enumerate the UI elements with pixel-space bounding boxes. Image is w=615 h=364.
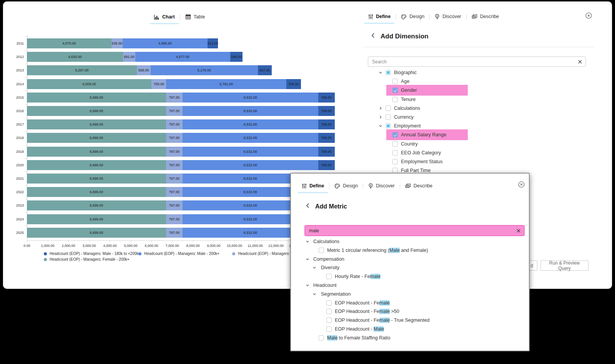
bar-segment[interactable]: 6,699.00 bbox=[27, 214, 166, 224]
checkbox-hourly-rate-female[interactable] bbox=[326, 274, 332, 279]
checkbox-eeo-job-category[interactable] bbox=[392, 150, 398, 156]
bar-segment[interactable]: 799.00 bbox=[318, 119, 335, 129]
legend-item[interactable]: Headcount (EOP) - Managers: Male - 200k+ bbox=[138, 251, 219, 256]
dimension-item-annual-salary-range[interactable]: Annual Salary Range bbox=[361, 131, 600, 139]
metric-item-headcount[interactable]: Headcount bbox=[291, 281, 529, 290]
metric-item-eop-headcount-female-50[interactable]: EOP Headcount - Female >50 bbox=[291, 307, 529, 316]
chevron-right-icon[interactable] bbox=[379, 106, 382, 110]
bar-segment[interactable]: 6,699.00 bbox=[27, 228, 166, 238]
metric-item-male-to-female-staffing-ratio[interactable]: Male to Female Staffing Ratio bbox=[291, 334, 529, 342]
bar-segment[interactable]: 797.00 bbox=[166, 228, 183, 238]
metric-item-segmentation[interactable]: Segmentation bbox=[291, 290, 529, 299]
checkbox-eop-headcount-male[interactable] bbox=[326, 326, 332, 332]
bar-segment[interactable]: 5,791.00 bbox=[166, 79, 286, 89]
bar-segment[interactable]: 4,095.00 bbox=[123, 38, 208, 48]
bar-segment[interactable]: 6,699.00 bbox=[27, 106, 166, 116]
checkbox-male-to-female-staffing-ratio[interactable] bbox=[319, 335, 324, 341]
checkbox-tenure[interactable] bbox=[392, 97, 398, 102]
bar-segment[interactable]: 799.00 bbox=[318, 93, 335, 103]
bar-segment[interactable]: 797.00 bbox=[166, 174, 183, 184]
chevron-down-icon[interactable] bbox=[379, 71, 382, 74]
bar-segment[interactable]: 5,297.00 bbox=[27, 65, 137, 75]
bar-segment[interactable]: 797.00 bbox=[166, 160, 183, 170]
bar-segment[interactable]: 4,577.00 bbox=[135, 52, 230, 62]
bar-segment[interactable]: 797.00 bbox=[166, 93, 183, 103]
bar-segment[interactable]: 4,070.00 bbox=[27, 38, 111, 48]
bar-segment[interactable]: 6,699.00 bbox=[27, 119, 166, 129]
bar-segment[interactable]: 4,630.00 bbox=[27, 52, 123, 62]
chevron-right-icon[interactable] bbox=[379, 115, 382, 119]
bar-segment[interactable]: 6,699.00 bbox=[27, 174, 166, 184]
bar-segment[interactable]: 5,176.00 bbox=[151, 65, 258, 75]
checkbox-employment-status[interactable] bbox=[392, 159, 398, 164]
bar-segment[interactable]: 591.00 bbox=[123, 52, 135, 62]
checkbox-biographic[interactable] bbox=[386, 70, 391, 75]
chevron-down-icon[interactable] bbox=[379, 124, 382, 128]
chevron-down-icon[interactable] bbox=[306, 257, 309, 261]
run-preview-query-button[interactable]: Run & Preview Query bbox=[540, 260, 588, 271]
bar-segment[interactable]: 799.00 bbox=[318, 106, 335, 116]
checkbox-eop-headcount-female-50[interactable] bbox=[326, 309, 332, 314]
bar-segment[interactable]: 6,532.00 bbox=[183, 106, 318, 116]
chevron-down-icon[interactable] bbox=[312, 292, 316, 296]
checkbox-employment[interactable] bbox=[386, 123, 391, 129]
metric-item-eop-headcount-female[interactable]: EOP Headcount - Female bbox=[291, 299, 529, 308]
metric-item-eop-headcount-male[interactable]: EOP Headcount - Male bbox=[291, 325, 529, 334]
bar-segment[interactable]: 797.00 bbox=[166, 106, 183, 116]
checkbox-eop-headcount-female[interactable] bbox=[326, 300, 332, 306]
chevron-down-icon[interactable] bbox=[306, 240, 309, 243]
bar-segment[interactable]: 700.00 bbox=[151, 79, 166, 89]
metric-item-compensation[interactable]: Compensation bbox=[291, 255, 529, 264]
bar-segment[interactable]: 797.00 bbox=[166, 147, 183, 157]
chevron-down-icon[interactable] bbox=[306, 283, 309, 287]
bar-segment[interactable]: 6,699.00 bbox=[27, 200, 166, 210]
bar-segment[interactable]: 6,699.00 bbox=[27, 147, 166, 157]
bar-segment[interactable]: 658.00 bbox=[137, 65, 151, 75]
metric-item-diversity[interactable]: Diversity bbox=[291, 263, 529, 272]
legend-item[interactable]: Headcount (EOP) - Managers: Male - 180k … bbox=[44, 251, 139, 256]
bar-segment[interactable]: 6,532.00 bbox=[183, 119, 318, 129]
checkbox-gender[interactable] bbox=[392, 88, 398, 93]
checkbox-calculations[interactable] bbox=[386, 106, 391, 111]
bar-segment[interactable]: 6,699.00 bbox=[27, 160, 166, 170]
bar-segment[interactable]: 595.00 bbox=[230, 52, 243, 62]
bar-segment[interactable]: 799.00 bbox=[318, 133, 335, 143]
dimension-item-country[interactable]: Country bbox=[361, 140, 600, 149]
bar-segment[interactable]: 6,005.00 bbox=[27, 79, 151, 89]
dimension-item-calculations[interactable]: Calculations bbox=[361, 104, 600, 113]
dimension-item-eeo-job-category[interactable]: EEO Job Category bbox=[361, 149, 600, 157]
bar-segment[interactable]: 799.00 bbox=[318, 147, 335, 157]
checkbox-eop-headcount-female-true-segmented[interactable] bbox=[326, 318, 332, 323]
bar-segment[interactable]: 6,532.00 bbox=[183, 93, 318, 103]
dimension-item-employment[interactable]: Employment bbox=[361, 122, 600, 131]
metric-item-hourly-rate-female[interactable]: Hourly Rate - Female bbox=[291, 272, 529, 281]
bar-segment[interactable]: 6,699.00 bbox=[27, 93, 166, 103]
checkbox-metric-1-circular-referencing-male-and-female[interactable] bbox=[319, 248, 324, 253]
bar-segment[interactable]: 6,532.00 bbox=[183, 147, 318, 157]
legend-item[interactable]: Headcount (EOP) - Managers: Female - 200… bbox=[44, 257, 130, 261]
bar-segment[interactable]: 513.00 bbox=[208, 38, 218, 48]
bar-segment[interactable]: 6,699.00 bbox=[27, 187, 166, 197]
bar-segment[interactable]: 797.00 bbox=[166, 187, 183, 197]
checkbox-annual-salary-range[interactable] bbox=[392, 132, 398, 137]
bar-segment[interactable]: 6,532.00 bbox=[183, 133, 318, 143]
bar-segment[interactable]: 797.00 bbox=[166, 200, 183, 210]
dimension-item-gender[interactable]: Gender bbox=[361, 86, 600, 95]
metric-item-eop-headcount-female-true-segmented[interactable]: EOP Headcount - Female - True Segmented bbox=[291, 316, 529, 325]
dimension-item-currency[interactable]: Currency bbox=[361, 113, 600, 122]
bar-segment[interactable]: 799.00 bbox=[318, 160, 335, 170]
bar-segment[interactable]: 6,532.00 bbox=[183, 160, 318, 170]
dimension-item-tenure[interactable]: Tenure bbox=[361, 95, 600, 104]
checkbox-currency[interactable] bbox=[386, 114, 391, 120]
bar-segment[interactable]: 535.00 bbox=[111, 38, 123, 48]
bar-segment[interactable]: 706.00 bbox=[286, 79, 301, 89]
bar-segment[interactable]: 657.00 bbox=[258, 65, 271, 75]
metric-item-metric-1-circular-referencing-male-and-female[interactable]: Metric 1 circular referencing (Male and … bbox=[291, 246, 529, 255]
bar-segment[interactable]: 797.00 bbox=[166, 119, 183, 129]
bar-segment[interactable]: 6,699.00 bbox=[27, 133, 166, 143]
bar-segment[interactable]: 797.00 bbox=[166, 214, 183, 224]
checkbox-age[interactable] bbox=[392, 79, 398, 84]
chevron-down-icon[interactable] bbox=[312, 266, 316, 270]
bar-segment[interactable]: 797.00 bbox=[166, 133, 183, 143]
dimension-item-biographic[interactable]: Biographic bbox=[361, 68, 600, 77]
